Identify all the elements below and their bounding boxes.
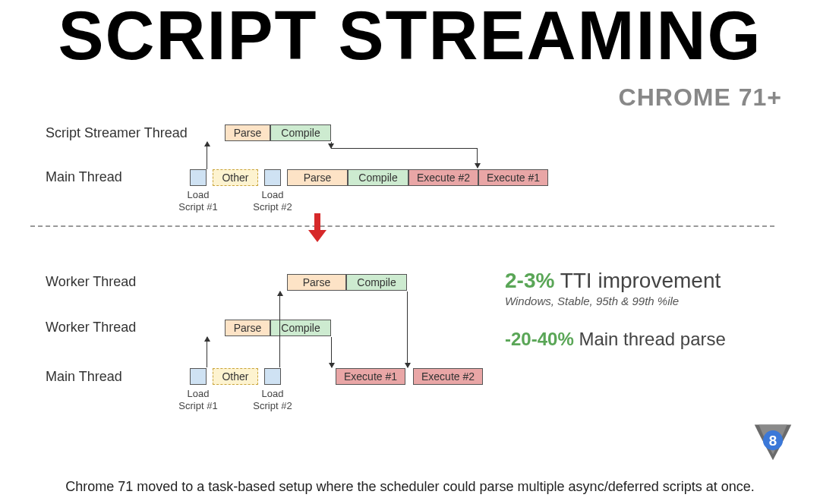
- page-subtitle: CHROME 71+: [0, 83, 820, 112]
- block-parse: Parse: [225, 124, 270, 141]
- arrow-down-icon: [477, 148, 478, 168]
- arrow-down-icon: [407, 291, 408, 367]
- block-compile: Compile: [270, 124, 331, 141]
- diagram-canvas: Script Streamer Thread Main Thread Parse…: [0, 112, 820, 438]
- divider-line: [30, 225, 774, 227]
- block-parse: Parse: [225, 320, 270, 336]
- stat-tti-sub: Windows, Stable, 95th & 99th %ile: [505, 295, 786, 307]
- label-streamer-thread: Script Streamer Thread: [46, 125, 188, 141]
- stat-tti-pct: 2-3%: [505, 269, 554, 292]
- page-title: SCRIPT STREAMING: [0, 2, 820, 70]
- arrow-down-icon: [331, 337, 332, 367]
- svg-text:8: 8: [769, 433, 777, 449]
- stat-tti: 2-3% TTI improvement: [505, 269, 786, 293]
- caption-load2: Load Script #2: [246, 388, 299, 411]
- block-execute2: Execute #2: [413, 368, 483, 385]
- block-execute2: Execute #2: [408, 169, 478, 186]
- block-load: [190, 368, 207, 385]
- red-down-arrow-icon: [308, 213, 326, 244]
- caption-load2: Load Script #2: [246, 189, 299, 213]
- connector-line: [331, 148, 477, 149]
- footer-caption: Chrome 71 moved to a task-based setup wh…: [0, 479, 820, 495]
- block-parse: Parse: [287, 169, 348, 186]
- stat-tti-label: TTI improvement: [560, 269, 721, 292]
- block-execute1: Execute #1: [478, 169, 548, 186]
- block-load: [264, 169, 281, 186]
- caption-load1: Load Script #1: [172, 388, 225, 411]
- label-main-thread: Main Thread: [46, 169, 122, 185]
- label-worker-thread: Worker Thread: [46, 320, 136, 335]
- label-main-thread: Main Thread: [46, 369, 122, 385]
- arrow-up-icon: [279, 291, 280, 367]
- stat-parse: -20-40% Main thread parse: [505, 329, 786, 350]
- stat-parse-pct: -20-40%: [505, 329, 574, 349]
- block-execute1: Execute #1: [336, 368, 405, 385]
- v8-logo-icon: 8: [752, 421, 794, 463]
- arrow-up-icon: [207, 337, 207, 367]
- block-parse: Parse: [287, 274, 346, 291]
- block-other: Other: [213, 368, 258, 385]
- block-load: [264, 368, 281, 385]
- block-load: [190, 169, 207, 186]
- stats-panel: 2-3% TTI improvement Windows, Stable, 95…: [505, 269, 786, 350]
- label-worker-thread: Worker Thread: [46, 274, 136, 290]
- block-compile: Compile: [346, 274, 407, 291]
- caption-load1: Load Script #1: [172, 189, 225, 213]
- block-compile: Compile: [348, 169, 408, 186]
- arrow-up-icon: [207, 142, 207, 169]
- stat-parse-label: Main thread parse: [579, 329, 725, 349]
- block-other: Other: [213, 169, 258, 186]
